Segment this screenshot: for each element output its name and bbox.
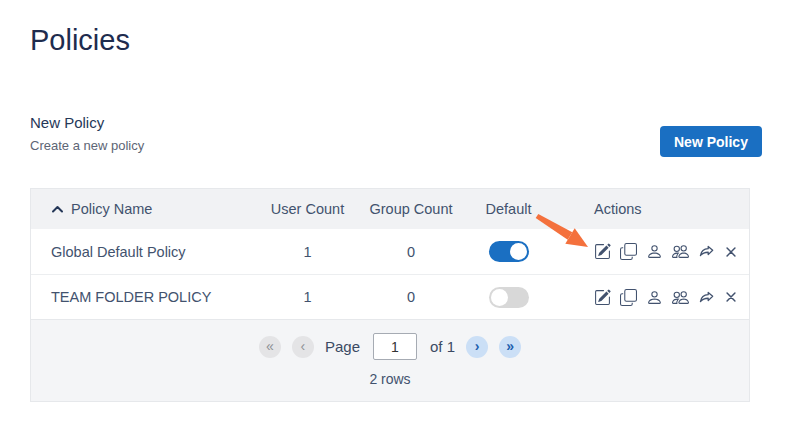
first-page-icon: « <box>266 339 274 353</box>
default-toggle[interactable] <box>489 241 529 262</box>
assign-user-icon[interactable] <box>646 243 663 260</box>
user-count-cell: 1 <box>264 289 351 305</box>
assign-group-icon[interactable] <box>672 289 689 306</box>
next-page-icon: › <box>475 339 480 353</box>
toggle-knob <box>491 289 508 306</box>
column-header-policy-name[interactable]: Policy Name <box>31 201 264 217</box>
assign-group-icon[interactable] <box>672 243 689 260</box>
toggle-knob <box>510 243 527 260</box>
copy-icon[interactable] <box>620 243 637 260</box>
column-header-default[interactable]: Default <box>471 201 546 217</box>
table-row: TEAM FOLDER POLICY 1 0 <box>31 274 749 319</box>
group-count-cell: 0 <box>351 289 471 305</box>
first-page-button[interactable]: « <box>259 336 281 358</box>
edit-icon[interactable] <box>594 243 611 260</box>
table-header-row: Policy Name User Count Group Count Defau… <box>31 189 749 229</box>
column-header-actions: Actions <box>546 201 749 217</box>
column-header-label: Policy Name <box>71 201 152 217</box>
export-icon[interactable] <box>698 289 715 306</box>
rows-count-label: 2 rows <box>31 371 749 387</box>
last-page-button[interactable]: » <box>499 336 521 358</box>
new-policy-section-subtitle: Create a new policy <box>30 138 144 153</box>
column-header-group-count[interactable]: Group Count <box>351 201 471 217</box>
prev-page-button[interactable]: ‹ <box>292 336 314 358</box>
last-page-icon: » <box>506 339 514 353</box>
sort-ascending-icon <box>51 203 64 216</box>
user-count-cell: 1 <box>264 244 351 260</box>
page-number-input[interactable] <box>373 333 417 360</box>
table-footer: « ‹ Page of 1 › » 2 rows <box>31 319 749 401</box>
table-row: Global Default Policy 1 0 <box>31 229 749 274</box>
assign-user-icon[interactable] <box>646 289 663 306</box>
page-title: Policies <box>30 24 130 57</box>
group-count-cell: 0 <box>351 244 471 260</box>
pagination: « ‹ Page of 1 › » <box>31 333 749 360</box>
next-page-button[interactable]: › <box>466 336 488 358</box>
policy-name-cell: Global Default Policy <box>31 244 264 260</box>
export-icon[interactable] <box>698 243 715 260</box>
new-policy-section-title: New Policy <box>30 114 104 131</box>
column-header-user-count[interactable]: User Count <box>264 201 351 217</box>
default-toggle[interactable] <box>489 287 529 308</box>
delete-icon[interactable] <box>724 245 738 259</box>
page-label: Page <box>325 338 360 355</box>
new-policy-button[interactable]: New Policy <box>660 126 762 157</box>
policy-name-cell: TEAM FOLDER POLICY <box>31 289 264 305</box>
copy-icon[interactable] <box>620 289 637 306</box>
page-of-label: of 1 <box>430 338 455 355</box>
policies-table: Policy Name User Count Group Count Defau… <box>30 188 750 402</box>
prev-page-icon: ‹ <box>301 339 306 353</box>
delete-icon[interactable] <box>724 290 738 304</box>
edit-icon[interactable] <box>594 289 611 306</box>
